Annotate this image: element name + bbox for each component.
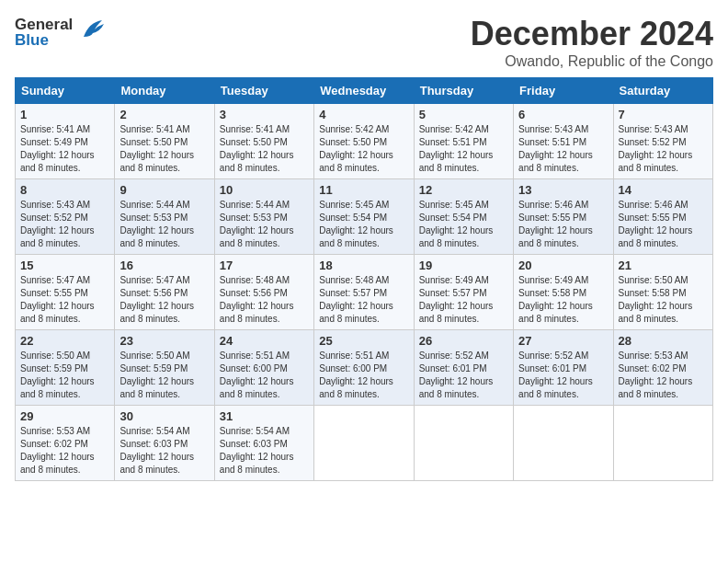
month-title: December 2024 [471,15,713,53]
day-number: 9 [119,183,209,197]
calendar-cell: 13Sunrise: 5:46 AMSunset: 5:55 PMDayligh… [514,179,613,255]
calendar-week-row: 8Sunrise: 5:43 AMSunset: 5:52 PMDaylight… [16,179,713,255]
day-info: Sunrise: 5:47 AMSunset: 5:56 PMDaylight:… [119,274,209,326]
day-info: Sunrise: 5:43 AMSunset: 5:52 PMDaylight:… [20,199,109,250]
calendar-cell: 26Sunrise: 5:52 AMSunset: 6:01 PMDayligh… [414,330,513,406]
calendar-cell [613,406,712,481]
day-info: Sunrise: 5:42 AMSunset: 5:51 PMDaylight:… [419,123,508,175]
day-number: 19 [419,259,508,272]
day-number: 12 [419,183,508,197]
day-number: 14 [619,183,708,197]
day-info: Sunrise: 5:49 AMSunset: 5:58 PMDaylight:… [518,274,608,326]
day-number: 10 [220,183,309,197]
calendar-cell: 7Sunrise: 5:43 AMSunset: 5:52 PMDaylight… [613,104,712,179]
calendar-cell: 19Sunrise: 5:49 AMSunset: 5:57 PMDayligh… [414,255,513,330]
day-number: 17 [220,259,309,272]
calendar-week-row: 22Sunrise: 5:50 AMSunset: 5:59 PMDayligh… [16,330,713,406]
day-info: Sunrise: 5:51 AMSunset: 6:00 PMDaylight:… [220,350,309,401]
header-tuesday: Tuesday [214,78,313,104]
day-number: 23 [119,334,209,348]
calendar-cell: 28Sunrise: 5:53 AMSunset: 6:02 PMDayligh… [613,330,712,406]
calendar-cell [414,406,513,481]
day-info: Sunrise: 5:52 AMSunset: 6:01 PMDaylight:… [518,350,608,401]
page-header: General Blue December 2024 Owando, Repub… [15,15,713,70]
calendar-cell: 17Sunrise: 5:48 AMSunset: 5:56 PMDayligh… [214,255,313,330]
day-info: Sunrise: 5:48 AMSunset: 5:57 PMDaylight:… [319,274,408,326]
day-info: Sunrise: 5:51 AMSunset: 6:00 PMDaylight:… [319,350,408,401]
day-info: Sunrise: 5:53 AMSunset: 6:02 PMDaylight:… [619,350,708,401]
day-number: 26 [419,334,508,348]
day-info: Sunrise: 5:41 AMSunset: 5:49 PMDaylight:… [20,123,109,175]
day-number: 28 [619,334,708,348]
day-info: Sunrise: 5:54 AMSunset: 6:03 PMDaylight:… [119,425,209,477]
day-number: 31 [220,409,309,423]
calendar-cell [314,406,414,481]
day-number: 24 [220,334,309,348]
calendar-cell: 4Sunrise: 5:42 AMSunset: 5:50 PMDaylight… [314,104,414,179]
calendar-week-row: 1Sunrise: 5:41 AMSunset: 5:49 PMDaylight… [16,104,713,179]
header-sunday: Sunday [16,78,115,104]
calendar-cell: 29Sunrise: 5:53 AMSunset: 6:02 PMDayligh… [16,406,115,481]
day-info: Sunrise: 5:47 AMSunset: 5:55 PMDaylight:… [20,274,109,326]
day-number: 5 [419,108,508,121]
day-info: Sunrise: 5:48 AMSunset: 5:56 PMDaylight:… [220,274,309,326]
day-number: 25 [319,334,408,348]
day-number: 13 [518,183,608,197]
day-info: Sunrise: 5:50 AMSunset: 5:58 PMDaylight:… [619,274,708,326]
day-info: Sunrise: 5:54 AMSunset: 6:03 PMDaylight:… [220,425,309,477]
calendar-cell: 12Sunrise: 5:45 AMSunset: 5:54 PMDayligh… [414,179,513,255]
day-number: 6 [518,108,608,121]
header-friday: Friday [514,78,613,104]
location-subtitle: Owando, Republic of the Congo [471,53,713,70]
calendar-cell: 11Sunrise: 5:45 AMSunset: 5:54 PMDayligh… [314,179,414,255]
day-number: 30 [119,409,209,423]
logo-blue: Blue [15,32,73,48]
calendar-cell: 23Sunrise: 5:50 AMSunset: 5:59 PMDayligh… [115,330,214,406]
day-info: Sunrise: 5:43 AMSunset: 5:52 PMDaylight:… [619,123,708,175]
day-number: 21 [619,259,708,272]
calendar-cell: 18Sunrise: 5:48 AMSunset: 5:57 PMDayligh… [314,255,414,330]
calendar-header-row: SundayMondayTuesdayWednesdayThursdayFrid… [16,78,713,104]
calendar-cell: 24Sunrise: 5:51 AMSunset: 6:00 PMDayligh… [214,330,313,406]
day-number: 1 [20,108,109,121]
calendar-cell: 14Sunrise: 5:46 AMSunset: 5:55 PMDayligh… [613,179,712,255]
day-number: 11 [319,183,408,197]
logo: General Blue [15,15,106,49]
header-wednesday: Wednesday [314,78,414,104]
day-info: Sunrise: 5:46 AMSunset: 5:55 PMDaylight:… [518,199,608,250]
day-number: 3 [220,108,309,121]
day-number: 16 [119,259,209,272]
title-block: December 2024 Owando, Republic of the Co… [471,15,713,70]
calendar-cell: 10Sunrise: 5:44 AMSunset: 5:53 PMDayligh… [214,179,313,255]
day-number: 15 [20,259,109,272]
calendar-cell: 3Sunrise: 5:41 AMSunset: 5:50 PMDaylight… [214,104,313,179]
day-info: Sunrise: 5:46 AMSunset: 5:55 PMDaylight:… [619,199,708,250]
header-thursday: Thursday [414,78,513,104]
logo-bird-icon [76,15,106,49]
calendar-cell: 31Sunrise: 5:54 AMSunset: 6:03 PMDayligh… [214,406,313,481]
day-info: Sunrise: 5:50 AMSunset: 5:59 PMDaylight:… [119,350,209,401]
day-info: Sunrise: 5:42 AMSunset: 5:50 PMDaylight:… [319,123,408,175]
calendar-table: SundayMondayTuesdayWednesdayThursdayFrid… [15,77,713,481]
calendar-cell: 25Sunrise: 5:51 AMSunset: 6:00 PMDayligh… [314,330,414,406]
day-number: 18 [319,259,408,272]
day-number: 22 [20,334,109,348]
calendar-cell: 9Sunrise: 5:44 AMSunset: 5:53 PMDaylight… [115,179,214,255]
day-number: 27 [518,334,608,348]
day-number: 20 [518,259,608,272]
calendar-cell [514,406,613,481]
calendar-cell: 21Sunrise: 5:50 AMSunset: 5:58 PMDayligh… [613,255,712,330]
calendar-week-row: 29Sunrise: 5:53 AMSunset: 6:02 PMDayligh… [16,406,713,481]
calendar-cell: 15Sunrise: 5:47 AMSunset: 5:55 PMDayligh… [16,255,115,330]
calendar-cell: 16Sunrise: 5:47 AMSunset: 5:56 PMDayligh… [115,255,214,330]
calendar-week-row: 15Sunrise: 5:47 AMSunset: 5:55 PMDayligh… [16,255,713,330]
calendar-cell: 27Sunrise: 5:52 AMSunset: 6:01 PMDayligh… [514,330,613,406]
calendar-cell: 5Sunrise: 5:42 AMSunset: 5:51 PMDaylight… [414,104,513,179]
day-number: 2 [119,108,209,121]
calendar-cell: 6Sunrise: 5:43 AMSunset: 5:51 PMDaylight… [514,104,613,179]
calendar-cell: 1Sunrise: 5:41 AMSunset: 5:49 PMDaylight… [16,104,115,179]
day-number: 8 [20,183,109,197]
header-monday: Monday [115,78,214,104]
day-number: 29 [20,409,109,423]
day-info: Sunrise: 5:52 AMSunset: 6:01 PMDaylight:… [419,350,508,401]
